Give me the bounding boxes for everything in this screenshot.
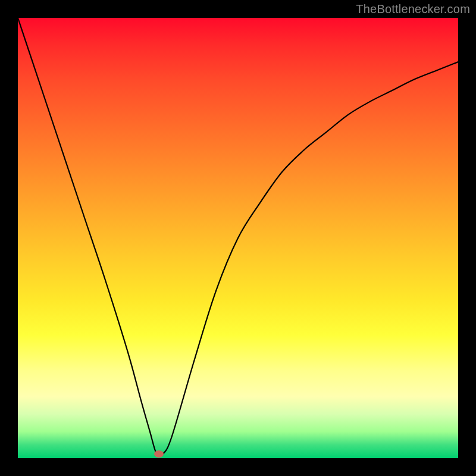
chart-frame: TheBottlenecker.com bbox=[0, 0, 476, 476]
watermark-text: TheBottlenecker.com bbox=[356, 2, 470, 16]
bottleneck-curve bbox=[18, 18, 458, 456]
curve-svg bbox=[18, 18, 458, 458]
optimal-point-marker bbox=[154, 450, 164, 458]
plot-area bbox=[18, 18, 458, 458]
